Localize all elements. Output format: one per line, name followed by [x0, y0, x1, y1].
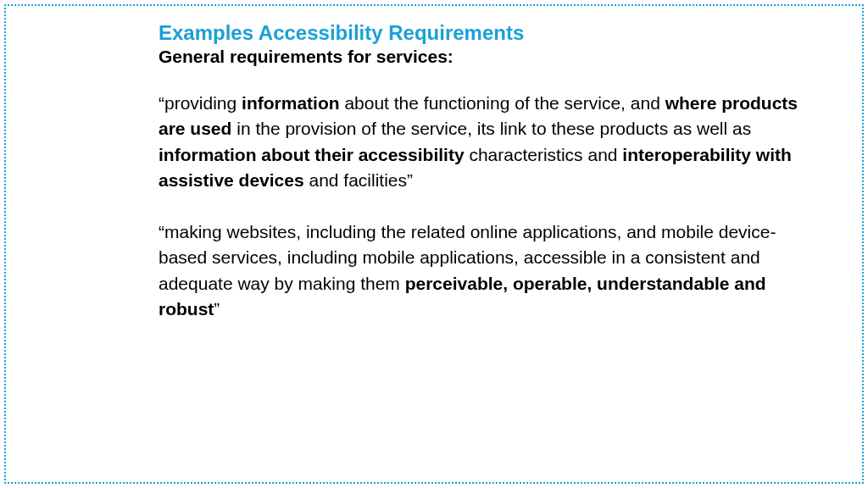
slide-subtitle: General requirements for services:: [159, 47, 811, 67]
p1-bold-1: information: [242, 93, 340, 113]
p1-text-5: and facilities”: [304, 170, 413, 190]
slide-title: Examples Accessibility Requirements: [159, 21, 811, 45]
p1-bold-3: information about their accessibility: [159, 145, 465, 164]
p1-text-2: about the functioning of the service, an…: [340, 93, 665, 113]
paragraph-2: “making websites, including the related …: [159, 219, 811, 323]
slide-frame: Examples Accessibility Requirements Gene…: [4, 4, 864, 484]
p1-text-1: “providing: [159, 93, 242, 113]
p2-text-2: ”: [214, 299, 220, 319]
p1-text-3: in the provision of the service, its lin…: [231, 119, 751, 138]
paragraph-1: “providing information about the functio…: [159, 91, 811, 194]
p1-text-4: characteristics and: [465, 145, 623, 164]
